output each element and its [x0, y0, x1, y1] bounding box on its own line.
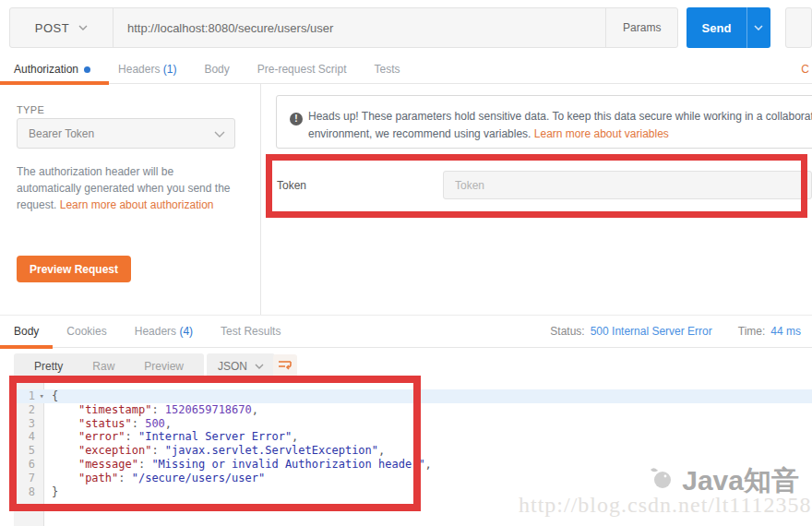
tab-body-label: Body [204, 63, 229, 76]
code-text: "path": "/secure/users/user" [44, 472, 265, 485]
params-button[interactable]: Params [605, 8, 677, 47]
view-mode-raw[interactable]: Raw [78, 360, 129, 373]
wrap-text-icon [278, 359, 293, 375]
response-tab-headers[interactable]: Headers (4) [135, 325, 193, 338]
wrap-text-button[interactable] [273, 354, 297, 378]
token-input[interactable] [443, 171, 812, 199]
line-number: 4 [14, 430, 44, 444]
url-input[interactable]: http://localhost:8080/secure/users/user [113, 8, 605, 47]
method-dropdown[interactable]: POST [10, 8, 113, 47]
view-mode-pretty[interactable]: Pretty [19, 360, 78, 373]
token-field-label: Token [277, 179, 306, 192]
time-value: 44 ms [770, 325, 801, 338]
url-text: http://localhost:8080/secure/users/user [127, 21, 333, 35]
view-mode-switcher: Pretty Raw Preview [14, 353, 204, 379]
chevron-down-icon [754, 25, 763, 30]
fold-arrow-icon[interactable]: ▾ [40, 389, 44, 403]
tab-headers-label: Headers [118, 63, 160, 76]
tab-pre-request-script[interactable]: Pre-request Script [257, 63, 347, 76]
code-link-clipped[interactable]: C [801, 63, 809, 76]
response-tab-headers-label: Headers [135, 325, 176, 338]
code-line: 4 "error": "Internal Server Error", [14, 430, 812, 444]
code-line: 5 "exception": "javax.servlet.ServletExc… [14, 444, 812, 458]
code-text: "error": "Internal Server Error", [44, 430, 298, 444]
tab-body[interactable]: Body [204, 63, 229, 76]
response-tab-cookies-label: Cookies [66, 325, 106, 338]
response-tab-headers-count: (4) [179, 325, 193, 338]
code-line: 3 "status": 500, [14, 417, 812, 431]
tab-pre-request-label: Pre-request Script [257, 63, 347, 76]
heads-up-banner: !Heads up! These parameters hold sensiti… [276, 95, 812, 149]
line-number: 2 [14, 403, 44, 417]
line-number: 5 [14, 444, 44, 458]
code-text: "timestamp": 1520659718670, [44, 403, 258, 417]
send-button-group: Send [687, 7, 770, 48]
time-label: Time: [738, 325, 766, 338]
response-tab-test-results-label: Test Results [221, 325, 281, 338]
tab-headers-count: (1) [163, 63, 177, 76]
send-options-button[interactable] [746, 7, 770, 48]
learn-more-authorization-link[interactable]: Learn more about authorization [60, 198, 214, 211]
auth-type-select[interactable]: Bearer Token [17, 118, 235, 149]
line-number: 6 [14, 458, 44, 472]
tab-tests-label: Tests [374, 63, 400, 76]
code-line: 1▾{ [14, 389, 812, 403]
response-format-value: JSON [218, 360, 247, 373]
send-label: Send [702, 21, 732, 35]
code-text: { [44, 389, 58, 403]
params-label: Params [623, 21, 661, 34]
view-mode-preview[interactable]: Preview [129, 360, 198, 373]
tab-authorization[interactable]: Authorization [14, 63, 90, 76]
authorization-panel: TYPE Bearer Token The authorization head… [0, 84, 812, 315]
preview-request-label: Preview Request [30, 263, 118, 276]
active-indicator-dot [84, 66, 90, 73]
response-tab-test-results[interactable]: Test Results [221, 325, 281, 338]
tab-authorization-label: Authorization [14, 63, 78, 76]
status-label: Status: [550, 325, 584, 338]
chevron-down-icon [214, 131, 223, 137]
chevron-down-icon [255, 364, 264, 369]
auth-type-value: Bearer Token [29, 127, 94, 140]
code-text: "status": 500, [44, 417, 172, 431]
url-group: POST http://localhost:8080/secure/users/… [9, 7, 678, 48]
response-tabs: Body Cookies Headers (4) Test Results St… [0, 315, 812, 348]
alert-icon: ! [290, 113, 303, 126]
request-tabs: Authorization Headers (1) Body Pre-reque… [0, 55, 812, 84]
line-number: 8 [14, 485, 44, 499]
heads-up-line2: environment, we recommend using variable… [308, 127, 534, 140]
method-label: POST [35, 21, 69, 35]
response-toolbar: Pretty Raw Preview JSON [0, 348, 812, 380]
response-format-select[interactable]: JSON [207, 353, 275, 379]
auth-detail-pane: !Heads up! These parameters hold sensiti… [261, 84, 812, 315]
response-tab-body-label: Body [14, 325, 39, 338]
status-value: 500 Internal Server Error [591, 325, 712, 338]
line-number: 1▾ [14, 389, 44, 403]
tab-headers[interactable]: Headers (1) [118, 63, 176, 76]
preview-request-button[interactable]: Preview Request [17, 256, 131, 282]
postman-window: POST http://localhost:8080/secure/users/… [0, 0, 812, 526]
line-number: 7 [14, 472, 44, 485]
tab-tests[interactable]: Tests [374, 63, 400, 76]
send-button[interactable]: Send [687, 7, 746, 48]
request-bar: POST http://localhost:8080/secure/users/… [9, 7, 812, 48]
response-tab-cookies[interactable]: Cookies [66, 325, 106, 338]
csdn-url-watermark: http://blog.csdn.net/lt1112358 [519, 493, 812, 518]
type-label: TYPE [17, 104, 44, 115]
auth-help-text: The authorization header will be automat… [17, 163, 240, 213]
code-line: 2 "timestamp": 1520659718670, [14, 403, 812, 417]
code-text: "message": "Missing or invalid Authoriza… [44, 458, 432, 472]
heads-up-line1: Heads up! These parameters hold sensitiv… [308, 110, 812, 123]
code-text: } [44, 485, 58, 499]
response-tab-body[interactable]: Body [14, 325, 39, 338]
save-button-partial[interactable] [785, 7, 812, 48]
chevron-down-icon [78, 25, 88, 30]
learn-more-variables-link[interactable]: Learn more about variables [534, 127, 669, 140]
auth-type-pane: TYPE Bearer Token The authorization head… [0, 84, 261, 315]
response-meta: Status: 500 Internal Server Error Time: … [550, 316, 801, 347]
line-number: 3 [14, 417, 44, 431]
code-text: "exception": "javax.servlet.ServletExcep… [44, 444, 385, 458]
